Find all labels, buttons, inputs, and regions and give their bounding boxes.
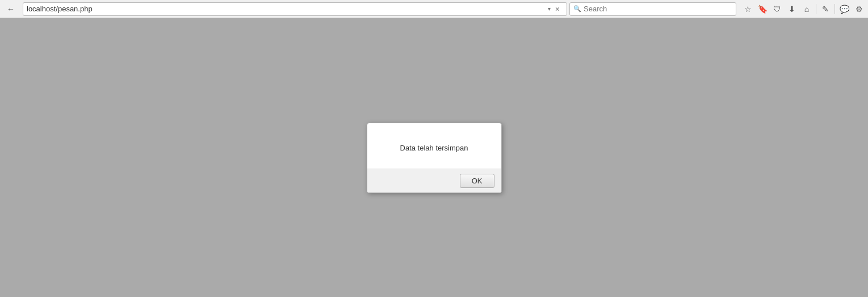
- dialog-message-area: Data telah tersimpan: [367, 123, 501, 169]
- page-content: Data telah tersimpan OK: [0, 18, 868, 297]
- chat-icon[interactable]: 💬: [838, 3, 850, 15]
- dialog-overlay: Data telah tersimpan OK: [0, 18, 868, 297]
- address-bar[interactable]: [27, 5, 544, 13]
- search-icon: 🔍: [573, 5, 581, 12]
- home-icon[interactable]: ⌂: [801, 3, 812, 15]
- shield-icon[interactable]: 🛡: [771, 3, 783, 15]
- alert-dialog: Data telah tersimpan OK: [367, 123, 502, 193]
- bookmark-star-icon[interactable]: ☆: [742, 3, 753, 15]
- toolbar-divider-2: [835, 4, 835, 14]
- toolbar-divider: [816, 4, 816, 14]
- settings-icon[interactable]: ⚙: [853, 3, 865, 15]
- browser-chrome: ← ▾ × 🔍 ☆ 🔖 🛡 ⬇ ⌂ ✎ 💬 ⚙: [0, 0, 868, 18]
- search-bar-container: 🔍: [569, 2, 736, 16]
- dialog-ok-button[interactable]: OK: [460, 174, 494, 188]
- close-tab-button[interactable]: ×: [554, 5, 561, 14]
- download-icon[interactable]: ⬇: [786, 3, 798, 15]
- address-bar-container: ▾ ×: [23, 2, 567, 16]
- dialog-message: Data telah tersimpan: [400, 144, 468, 152]
- back-button[interactable]: ←: [3, 2, 18, 16]
- address-dropdown-button[interactable]: ▾: [547, 6, 552, 12]
- edit-icon[interactable]: ✎: [820, 3, 831, 15]
- search-input[interactable]: [584, 5, 732, 13]
- dialog-button-area: OK: [367, 169, 501, 193]
- nav-buttons: ←: [3, 2, 18, 16]
- toolbar-icons: ☆ 🔖 🛡 ⬇ ⌂ ✎ 💬 ⚙: [742, 3, 865, 15]
- bookmark-icon[interactable]: 🔖: [757, 3, 768, 15]
